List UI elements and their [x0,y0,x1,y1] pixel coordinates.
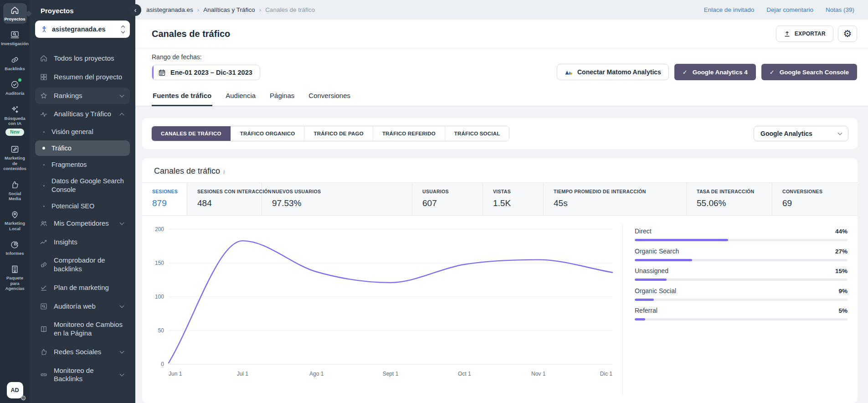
sidebar-subitem-trafico[interactable]: Tráfico [35,140,130,156]
segment-trafico-organico[interactable]: TRÁFICO ORGANICO [231,126,304,141]
sidebar-item-label: Rankings [54,92,82,100]
segment-trafico-social[interactable]: TRÁFICO SOCIAL [445,126,509,141]
rail-item-informes[interactable]: Informes [2,238,28,258]
tab-paginas[interactable]: Páginas [269,88,295,106]
metric-sesiones-interaccion[interactable]: SESIONES CON INTERACCIÓN 484 [187,183,262,215]
sidebar-subitem-label: Potencial SEO [51,202,94,210]
metric-label: TIEMPO PROMEDIO DE INTERACCIÓN [554,189,683,194]
chevron-down-icon [120,349,124,354]
segment-trafico-referido[interactable]: TRÁFICO REFERIDO [373,126,445,141]
gear-icon: ⚙ [843,28,852,39]
account-settings-gear-icon[interactable]: ⚙ [21,394,26,402]
segment-canales-de-trafico[interactable]: CANALES DE TRÁFICO [152,126,231,141]
tab-fuentes-de-trafico[interactable]: Fuentes de tráfico [152,88,212,106]
sidebar-item-mis-competidores[interactable]: Mis Competidores [35,215,130,232]
traffic-type-segmented-control: CANALES DE TRÁFICO TRÁFICO ORGANICO TRÁF… [151,126,509,141]
svg-text:150: 150 [155,260,164,266]
sidebar-subitem-vision-general[interactable]: Visión general [35,124,130,140]
analytics-connections: Conectar Matomo Analytics ✓ Google Analy… [557,64,857,80]
export-button-label: EXPORTAR [795,31,826,37]
google-analytics-4-button[interactable]: ✓ Google Analytics 4 [674,64,756,80]
leave-comment-link[interactable]: Dejar comentario [766,6,813,13]
sidebar-item-rankings[interactable]: Rankings [35,88,130,104]
segment-trafico-de-pago[interactable]: TRÁFICO DE PAGO [304,126,372,141]
chevron-up-icon [120,113,124,118]
rail-item-investigacion[interactable]: Investigación [2,28,28,48]
metric-conversiones[interactable]: CONVERSIONES 69 [772,183,858,215]
rail-item-label: Auditoría [5,91,25,96]
sidebar-item-label: Plan de marketing [54,284,109,292]
date-range-picker[interactable]: Ene-01 2023 – Dic-31 2023 [152,65,260,80]
metric-usuarios[interactable]: USUARIOS 607 [412,183,483,215]
sidebar-item-comprobador-backlinks[interactable]: Comprobador de backlinks [35,252,130,278]
sidebar-item-auditoria-web[interactable]: Auditoría web [35,298,130,315]
sidebar-subitem-datos-gsc[interactable]: Datos de Google Search Console [35,173,130,197]
metric-value: 55.06% [697,198,768,208]
avatar-initials: AD [10,387,19,393]
rail-item-marketing-local[interactable]: Marketing Local [2,207,28,233]
user-avatar[interactable]: AD ⚙ [7,382,23,398]
breadcrumb-section[interactable]: Analíticas y Tráfico [203,6,255,13]
sidebar-item-resumen-proyecto[interactable]: Resumen del proyecto [35,69,130,86]
upload-icon [784,31,791,37]
breadcrumb-bar: asistegranada.es › Analíticas y Tráfico … [135,0,868,20]
sidebar-item-label: Auditoría web [54,302,96,311]
project-favicon [41,26,48,33]
research-icon [10,30,20,40]
metric-tiempo-promedio[interactable]: TIEMPO PROMEDIO DE INTERACCIÓN 45s [544,183,687,215]
sidebar-item-monitoreo-cambios[interactable]: Monitoreo de Cambios en la Página [35,316,130,342]
matomo-logo-icon [565,69,573,75]
sidebar-menu: Todos los proyectos Resumen del proyecto… [35,49,130,388]
rail-item-backlinks[interactable]: Backlinks [2,53,28,73]
channel-percent: 15% [835,268,847,274]
google-search-console-button[interactable]: ✓ Google Search Console [761,64,857,80]
activity-icon [40,110,48,119]
social-thumb-icon [40,348,48,356]
metric-label: SESIONES CON INTERACCIÓN [197,189,258,194]
chevron-down-icon [120,372,124,377]
metric-sesiones[interactable]: SESIONES 879 [142,183,187,215]
competitors-people-icon [40,219,48,227]
sidebar-collapse-button[interactable]: ‹ [129,4,141,16]
sidebar-item-plan-marketing[interactable]: Plan de marketing [35,279,130,296]
sidebar-title: Proyectos [41,7,130,15]
sidebar-item-todos-proyectos[interactable]: Todos los proyectos [35,50,130,67]
sidebar-item-insights[interactable]: Insights [35,234,130,251]
sidebar-item-redes-sociales[interactable]: Redes Sociales [35,344,130,361]
sidebar-subitem-potencial-seo[interactable]: Potencial SEO [35,198,130,214]
rail-item-social-media[interactable]: Social Media [2,178,28,204]
filter-row: Rango de fechas: Ene-01 2023 – Dic-31 20… [135,48,868,88]
chevron-down-icon [838,131,842,135]
analytics-source-select[interactable]: Google Analytics [754,126,848,141]
rail-item-auditoria[interactable]: Auditoría [2,78,28,98]
traffic-channels-card: Canales de tráfico i SESIONES 879 SESION… [142,158,858,403]
metric-nuevos-usuarios[interactable]: NUEVOS USUARIOS 97.53% [262,183,412,215]
channel-name: Unassigned [635,267,668,274]
tab-audiencia[interactable]: Audiencia [225,88,257,106]
svg-text:50: 50 [158,327,164,334]
connect-matomo-button[interactable]: Conectar Matomo Analytics [557,64,669,80]
sidebar-item-analiticas-trafico[interactable]: Analíticas y Tráfico [35,106,130,123]
rail-item-paquete-agencias[interactable]: Paquete para Agencias [2,262,28,293]
rail-item-proyectos[interactable]: Proyectos [3,3,27,24]
tab-conversiones[interactable]: Conversiones [308,88,351,106]
backlinks-link-icon [10,55,20,65]
sidebar-subitem-label: Datos de Google Search Console [51,177,124,193]
project-selector[interactable]: asistegranada.es [35,21,130,38]
icon-rail: Proyectos Investigación Backlinks Audito… [0,0,30,403]
rail-item-label: Proyectos [5,16,26,21]
export-button[interactable]: EXPORTAR [776,26,833,42]
svg-text:100: 100 [155,294,164,300]
breadcrumb-project[interactable]: asistegranada.es [146,6,193,13]
info-icon[interactable]: i [223,169,225,176]
rail-item-marketing-contenidos[interactable]: Marketing de contenidos [2,142,28,173]
sidebar-item-monitoreo-backlinks[interactable]: Monitoreo de Backlinks [35,362,130,388]
guest-link[interactable]: Enlace de invitado [704,6,754,13]
new-badge: New [5,129,24,136]
sidebar-subitem-fragmentos[interactable]: Fragmentos [35,157,130,172]
metric-vistas[interactable]: VISTAS 1.5K [483,183,544,215]
notes-link[interactable]: Notas (39) [826,6,854,13]
rail-item-busqueda-ia[interactable]: Búsqueda con IA New [2,103,28,139]
page-settings-button[interactable]: ⚙ [838,26,857,42]
metric-tasa-interaccion[interactable]: TASA DE INTERACCIÓN 55.06% [687,183,772,215]
